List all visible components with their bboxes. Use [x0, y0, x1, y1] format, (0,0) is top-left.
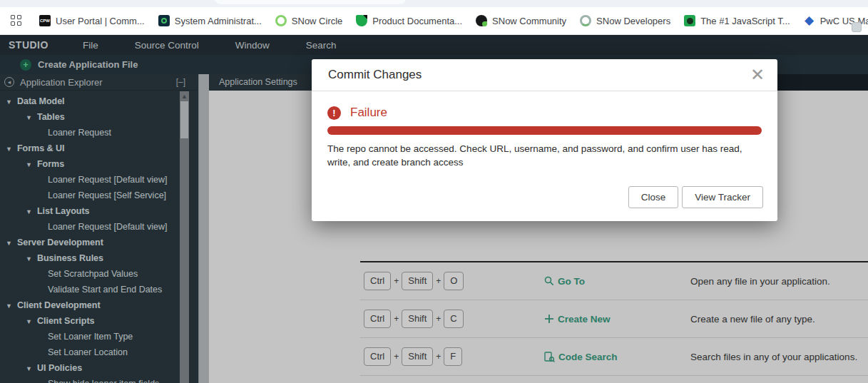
bookmark-the-1-javascript-t[interactable]: The #1 JavaScript T... [684, 15, 790, 26]
servicenow-admin-icon [158, 15, 170, 26]
bookmark-label: SNow Community [492, 16, 566, 26]
address-bar[interactable] [214, 0, 407, 4]
developers-ring-icon [580, 15, 591, 26]
bookmark-system-administrat[interactable]: System Administrat... [158, 15, 262, 26]
view-tracker-button[interactable]: View Tracker [682, 186, 763, 208]
commit-changes-dialog: Commit Changes ✕ ! Failure The repo cann… [312, 59, 777, 221]
close-icon[interactable]: ✕ [750, 66, 765, 83]
dialog-body: ! Failure The repo cannot be accessed. C… [312, 91, 777, 169]
error-message: The repo cannot be accessed. Check URL, … [327, 142, 764, 169]
status-label: Failure [350, 106, 387, 120]
dialog-title: Commit Changes [328, 68, 750, 82]
javascript-tutorial-icon [684, 15, 695, 26]
bookmark-label: System Administrat... [175, 16, 262, 26]
bookmark-user-portal-comm[interactable]: CPWUser Portal | Comm... [39, 15, 145, 26]
apps-grid-icon[interactable] [11, 15, 21, 26]
green-ring-icon [275, 15, 287, 26]
docs-leaf-icon [356, 15, 367, 26]
bookmark-snow-developers[interactable]: SNow Developers [580, 15, 670, 26]
bookmark-label: SNow Circle [292, 16, 343, 26]
pwc-gem-icon: ◆ [804, 15, 815, 26]
error-progress-bar [327, 126, 762, 135]
bookmark-product-documenta[interactable]: Product Documenta... [356, 15, 462, 26]
bookmark-snow-circle[interactable]: SNow Circle [275, 15, 343, 26]
overflow-bookmark-icon[interactable] [852, 22, 862, 32]
bookmark-label: User Portal | Comm... [56, 16, 145, 26]
community-circle-icon [476, 15, 487, 26]
cpw-logo-icon: CPW [39, 15, 51, 26]
browser-omnibox-strip [0, 0, 868, 7]
bookmark-label: SNow Developers [596, 16, 670, 26]
bookmarks-bar: CPWUser Portal | Comm...System Administr… [0, 7, 868, 35]
error-icon: ! [327, 106, 341, 120]
bookmark-snow-community[interactable]: SNow Community [476, 15, 566, 26]
close-button[interactable]: Close [628, 186, 679, 208]
bookmark-label: The #1 JavaScript T... [700, 16, 790, 26]
dialog-header: Commit Changes ✕ [312, 59, 777, 91]
bookmark-label: Product Documenta... [372, 16, 462, 26]
